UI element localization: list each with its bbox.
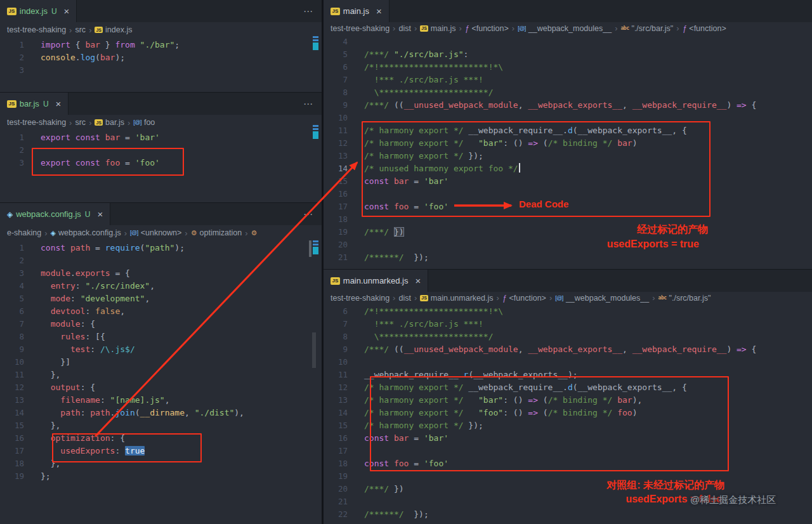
tab-main-unmarked-js[interactable]: JS main.unmarked.js × bbox=[324, 270, 428, 292]
tab-main-js[interactable]: JS main.js × bbox=[324, 0, 390, 22]
code-line[interactable]: 7 module: { bbox=[0, 318, 322, 331]
breadcrumb-item[interactable]: ◈webpack.config.js bbox=[51, 228, 121, 237]
code-line[interactable]: 12 output: { bbox=[0, 381, 322, 394]
breadcrumb-item[interactable]: [@]__webpack_modules__ bbox=[518, 24, 612, 33]
code-line[interactable]: 5 mode: "development", bbox=[0, 292, 322, 305]
breadcrumb-item[interactable]: ƒ<function> bbox=[502, 294, 546, 303]
code-line[interactable]: 17const foo = 'foo' bbox=[324, 200, 812, 213]
breadcrumb-item[interactable]: ⚙optimization bbox=[191, 228, 242, 237]
breadcrumb-item[interactable]: [@]__webpack_modules__ bbox=[555, 294, 649, 303]
breadcrumb-item[interactable]: test-tree-shaking bbox=[331, 24, 390, 33]
code-line[interactable]: 6 devtool: false, bbox=[0, 305, 322, 318]
code-line[interactable]: 9/***/ ((__unused_webpack_module, __webp… bbox=[324, 99, 812, 112]
code-line[interactable]: 13/* harmony export */ "bar": () => (/* … bbox=[324, 394, 812, 407]
code-line[interactable]: 14/* unused harmony export foo */ bbox=[324, 162, 812, 175]
code-line[interactable]: 14/* harmony export */ "foo": () => (/* … bbox=[324, 407, 812, 419]
breadcrumb-item[interactable]: e-shaking bbox=[7, 228, 41, 237]
code-line[interactable]: 8 \**********************/ bbox=[324, 331, 812, 343]
code-line[interactable]: 4 bbox=[324, 36, 812, 48]
code-line[interactable]: 2console.log(bar); bbox=[0, 51, 322, 64]
code-line[interactable]: 9 test: /\.js$/ bbox=[0, 343, 322, 356]
code-line[interactable]: 1export const bar = 'bar' bbox=[0, 131, 322, 144]
code-line[interactable]: 13 filename: "[name].js", bbox=[0, 394, 322, 407]
close-icon[interactable]: × bbox=[98, 209, 103, 219]
code-line[interactable]: 16 bbox=[324, 188, 812, 200]
breadcrumb-item[interactable]: JSbar.js bbox=[95, 118, 124, 127]
code-line[interactable]: 23/*************************************… bbox=[324, 521, 812, 524]
breadcrumb-item[interactable]: JSmain.js bbox=[420, 24, 455, 33]
breadcrumb-item[interactable]: test-tree-shaking bbox=[7, 118, 66, 127]
close-icon[interactable]: × bbox=[376, 6, 382, 16]
code-line[interactable]: 21/******/ }); bbox=[324, 251, 812, 264]
code-line[interactable]: 16 optimization: { bbox=[0, 432, 322, 445]
code-line[interactable]: 10 bbox=[324, 112, 812, 124]
code-editor-index[interactable]: 1import { bar } from "./bar";2console.lo… bbox=[0, 37, 322, 92]
code-line[interactable]: 10 }] bbox=[0, 356, 322, 369]
code-line[interactable]: 22/******/ }); bbox=[324, 508, 812, 521]
code-line[interactable]: 11/* harmony export */ __webpack_require… bbox=[324, 124, 812, 137]
breadcrumb-item[interactable]: ƒ<function> bbox=[683, 24, 726, 33]
code-line[interactable]: 8 rules: [{ bbox=[0, 331, 322, 343]
code-line[interactable]: 15const bar = 'bar' bbox=[324, 175, 812, 188]
breadcrumb-item[interactable]: abc"./src/bar.js" bbox=[658, 294, 711, 303]
code-line[interactable]: 6/*!**********************!*\ bbox=[324, 305, 812, 318]
code-line[interactable]: 3module.exports = { bbox=[0, 267, 322, 280]
code-line[interactable]: 7 !*** ./src/bar.js ***! bbox=[324, 318, 812, 331]
code-line[interactable]: 12/* harmony export */ __webpack_require… bbox=[324, 381, 812, 394]
breadcrumb-item[interactable]: ⚙ bbox=[251, 229, 258, 237]
code-line[interactable]: 18 bbox=[324, 213, 812, 226]
code-line[interactable]: 8 \**********************/ bbox=[324, 86, 812, 99]
code-editor-main[interactable]: 45/***/ "./src/bar.js":6/*!*************… bbox=[324, 34, 812, 269]
code-line[interactable]: 15 }, bbox=[0, 419, 322, 432]
code-line[interactable]: 20/***/ }) bbox=[324, 483, 812, 495]
breadcrumb-item[interactable]: [@]foo bbox=[133, 118, 155, 127]
breadcrumb-item[interactable]: ƒ<function> bbox=[465, 24, 509, 33]
code-line[interactable]: 10 bbox=[324, 356, 812, 369]
breadcrumb-item[interactable]: [@]<unknown> bbox=[130, 228, 181, 237]
more-actions-icon[interactable]: ⋯ bbox=[294, 209, 322, 220]
code-line[interactable]: 18const foo = 'foo' bbox=[324, 457, 812, 470]
tab-bar-js[interactable]: JS bar.js U × bbox=[0, 93, 69, 115]
more-actions-icon[interactable]: ⋯ bbox=[294, 6, 322, 17]
code-line[interactable]: 9/***/ ((__unused_webpack_module, __webp… bbox=[324, 343, 812, 356]
close-icon[interactable]: × bbox=[56, 98, 62, 109]
breadcrumb-item[interactable]: test-tree-shaking bbox=[331, 294, 390, 303]
breadcrumb[interactable]: test-tree-shaking›dist›JSmain.js›ƒ<funct… bbox=[324, 22, 812, 34]
code-line[interactable]: 17 bbox=[324, 445, 812, 457]
code-line[interactable]: 11__webpack_require__.r(__webpack_export… bbox=[324, 369, 812, 381]
code-line[interactable]: 1const path = require("path"); bbox=[0, 242, 322, 254]
breadcrumb-item[interactable]: test-tree-shaking bbox=[7, 25, 66, 34]
code-line[interactable]: 19}; bbox=[0, 470, 322, 483]
breadcrumb-item[interactable]: JSmain.unmarked.js bbox=[420, 294, 493, 303]
close-icon[interactable]: × bbox=[415, 275, 421, 286]
code-line[interactable]: 2 bbox=[0, 144, 322, 157]
code-line[interactable]: 20 bbox=[324, 239, 812, 251]
breadcrumb[interactable]: test-tree-shaking›src›JSindex.js bbox=[0, 22, 322, 37]
code-line[interactable]: 13/* harmony export */ }); bbox=[324, 150, 812, 162]
code-line[interactable]: 7 !*** ./src/bar.js ***! bbox=[324, 74, 812, 86]
code-line[interactable]: 5/***/ "./src/bar.js": bbox=[324, 48, 812, 61]
code-line[interactable]: 16const bar = 'bar' bbox=[324, 432, 812, 445]
code-line[interactable]: 21 bbox=[324, 495, 812, 508]
code-editor-unmarked[interactable]: 6/*!**********************!*\7 !*** ./sr… bbox=[324, 304, 812, 524]
code-line[interactable]: 18 }, bbox=[0, 457, 322, 470]
code-line[interactable]: 19/***/ }) bbox=[324, 226, 812, 239]
code-line[interactable]: 4 entry: "./src/index", bbox=[0, 280, 322, 292]
code-line[interactable]: 17 usedExports: true bbox=[0, 445, 322, 457]
code-line[interactable]: 1import { bar } from "./bar"; bbox=[0, 39, 322, 51]
breadcrumb-item[interactable]: dist bbox=[398, 294, 410, 303]
code-line[interactable]: 15/* harmony export */ }); bbox=[324, 419, 812, 432]
more-actions-icon[interactable]: ⋯ bbox=[294, 98, 322, 110]
code-line[interactable]: 19 bbox=[324, 470, 812, 483]
breadcrumb-item[interactable]: src bbox=[75, 25, 86, 34]
breadcrumb[interactable]: e-shaking›◈webpack.config.js›[@]<unknown… bbox=[0, 225, 322, 240]
code-line[interactable]: 11 }, bbox=[0, 369, 322, 381]
code-editor-webpack[interactable]: 1const path = require("path");23module.e… bbox=[0, 240, 322, 524]
tab-webpack-config-js[interactable]: ◈ webpack.config.js U × bbox=[0, 203, 110, 225]
breadcrumb[interactable]: test-tree-shaking›src›JSbar.js›[@]foo bbox=[0, 115, 322, 130]
breadcrumb[interactable]: test-tree-shaking›dist›JSmain.unmarked.j… bbox=[324, 292, 812, 304]
code-editor-bar[interactable]: 1export const bar = 'bar'23export const … bbox=[0, 130, 322, 202]
code-line[interactable]: 12/* harmony export */ "bar": () => (/* … bbox=[324, 137, 812, 150]
tab-index-js[interactable]: JS index.js U × bbox=[0, 0, 77, 22]
code-line[interactable]: 14 path: path.join(__dirname, "./dist"), bbox=[0, 407, 322, 419]
